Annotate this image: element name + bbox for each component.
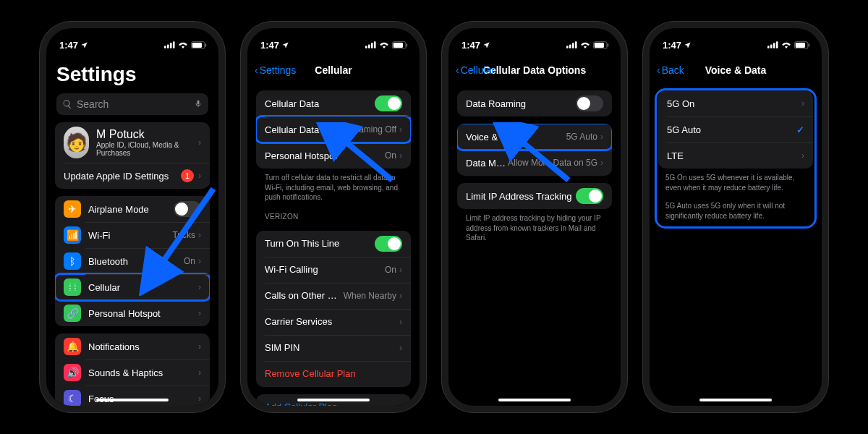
search-input[interactable]: Search — [56, 93, 208, 115]
cell-label: Personal Hotspot — [265, 150, 385, 161]
profile-group: 🧑 M Potuck Apple ID, iCloud, Media & Pur… — [55, 122, 210, 189]
profile-sub: Apple ID, iCloud, Media & Purchases — [96, 141, 191, 157]
svg-rect-17 — [569, 45, 571, 48]
svg-rect-3 — [173, 41, 175, 48]
cell-value: On — [385, 150, 396, 161]
svg-rect-29 — [796, 42, 805, 47]
cell-bluetooth[interactable]: ᛒBluetoothOn› — [55, 248, 210, 274]
cell-5g-on[interactable]: 5G On› — [658, 90, 813, 116]
mic-icon[interactable] — [194, 98, 203, 111]
cell-cellular-data[interactable]: Cellular Data — [256, 90, 411, 116]
roaming-group: Data Roaming — [457, 90, 612, 116]
toggle[interactable] — [576, 188, 603, 204]
battery-icon — [191, 41, 207, 49]
cell-cellular[interactable]: ⸽⸽Cellular› — [55, 274, 210, 300]
cell-personal-hotspot[interactable]: 🔗Personal Hotspot› — [55, 300, 210, 326]
apple-id-cell[interactable]: 🧑 M Potuck Apple ID, iCloud, Media & Pur… — [55, 122, 210, 163]
cell-carrier-services[interactable]: Carrier Services› — [256, 309, 411, 335]
cell-turn-on-this-line[interactable]: Turn On This Line — [256, 231, 411, 257]
cell-label: Voice & Data — [466, 132, 566, 142]
cell-label: Cellular Data — [265, 98, 375, 109]
back-button[interactable]: ‹Back — [657, 64, 684, 76]
cell-focus[interactable]: ☾Focus› — [55, 386, 210, 406]
cell-wi-fi-calling[interactable]: Wi-Fi CallingOn› — [256, 257, 411, 283]
voice-data-group: Voice & Data5G Auto›Data ModeAllow More … — [457, 124, 612, 176]
svg-rect-8 — [365, 46, 367, 48]
location-icon — [482, 41, 490, 49]
cell-label: Notifications — [88, 341, 198, 352]
cell-label: 5G Auto — [667, 124, 796, 135]
home-indicator[interactable] — [96, 399, 169, 401]
phone-cellular: 1:47 ‹Settings Cellular Cellular DataCel… — [241, 22, 426, 412]
antenna-icon: ⸽⸽ — [64, 278, 81, 296]
cell-value: On — [184, 256, 195, 266]
cell-calls-on-other-devices[interactable]: Calls on Other DevicesWhen Nearby› — [256, 283, 411, 309]
cell-data-mode[interactable]: Data ModeAllow More Data on 5G› — [457, 150, 612, 176]
toggle[interactable] — [174, 201, 201, 217]
cell-label: Cellular Data Options — [265, 124, 348, 135]
toggle[interactable] — [576, 95, 603, 111]
nav-bar: ‹Back Voice & Data — [650, 57, 822, 83]
cellular-main-group: Cellular DataCellular Data OptionsRoamin… — [256, 90, 411, 169]
bluetooth-icon: ᛒ — [64, 252, 81, 270]
home-indicator[interactable] — [297, 399, 370, 401]
battery-icon — [593, 41, 609, 49]
bell-icon: 🔔 — [64, 338, 81, 355]
footer-note: Limit IP address tracking by hiding your… — [448, 209, 621, 243]
cell-5g-auto[interactable]: 5G Auto✓ — [658, 116, 813, 142]
search-icon — [62, 99, 72, 109]
cell-sim-pin[interactable]: SIM PIN› — [256, 335, 411, 361]
cell-personal-hotspot[interactable]: Personal HotspotOn› — [256, 142, 411, 169]
highlight-box: 5G On›5G Auto✓LTE› 5G On uses 5G wheneve… — [657, 90, 814, 226]
chevron-right-icon: › — [801, 150, 804, 161]
cell-lte[interactable]: LTE› — [658, 142, 813, 169]
svg-rect-2 — [170, 43, 172, 48]
back-button[interactable]: ‹Settings — [255, 64, 296, 76]
nav-bar: ‹Cellular Cellular Data Options — [448, 57, 621, 83]
page-title: Cellular — [315, 64, 352, 76]
cell-value: Roaming Off — [348, 124, 396, 135]
cell-data-roaming[interactable]: Data Roaming — [457, 90, 612, 116]
cell-label: Airplane Mode — [88, 204, 174, 215]
cell-label: Calls on Other Devices — [265, 290, 344, 301]
carrier-header: VERIZON — [247, 203, 420, 224]
note-5g-on: 5G On uses 5G whenever it is available, … — [657, 169, 814, 192]
cell-notifications[interactable]: 🔔Notifications› — [55, 333, 210, 359]
cell-label: Carrier Services — [265, 316, 399, 327]
cell-airplane-mode[interactable]: ✈Airplane Mode — [55, 196, 210, 222]
chevron-right-icon: › — [198, 256, 201, 266]
moon-icon: ☾ — [64, 390, 81, 406]
toggle[interactable] — [375, 95, 402, 111]
cell-limit-ip-address-tracking[interactable]: Limit IP Address Tracking — [457, 183, 612, 209]
wifi-status-icon — [781, 41, 791, 48]
update-apple-id-cell[interactable]: Update Apple ID Settings 1 › — [55, 163, 210, 189]
phone-voice-data: 1:47 ‹Back Voice & Data 5G On›5G Auto✓LT… — [643, 22, 828, 412]
wifi-icon: 📶 — [64, 226, 81, 244]
home-indicator[interactable] — [498, 399, 571, 401]
chevron-right-icon: › — [198, 230, 201, 240]
cell-value: On — [385, 265, 396, 275]
cell-value: 5G Auto — [566, 132, 597, 142]
cell-value: Allow More Data on 5G — [508, 158, 597, 168]
battery-icon — [794, 41, 810, 49]
back-button[interactable]: ‹Cellular — [456, 64, 495, 76]
svg-rect-30 — [809, 43, 809, 46]
svg-rect-11 — [374, 41, 376, 48]
chevron-right-icon: › — [399, 265, 402, 275]
cell-sounds-haptics[interactable]: 🔊Sounds & Haptics› — [55, 359, 210, 386]
cell-wi-fi[interactable]: 📶Wi-FiTucks› — [55, 222, 210, 248]
cell-label: LTE — [667, 150, 801, 161]
check-icon: ✓ — [796, 124, 804, 135]
search-placeholder: Search — [77, 98, 109, 110]
notch — [93, 28, 172, 46]
chevron-right-icon: › — [198, 308, 201, 318]
chevron-right-icon: › — [198, 393, 201, 404]
home-indicator[interactable] — [699, 399, 772, 401]
cell-cellular-data-options[interactable]: Cellular Data OptionsRoaming Off› — [256, 116, 411, 142]
cell-remove-cellular-plan[interactable]: Remove Cellular Plan — [256, 361, 411, 387]
chevron-left-icon: ‹ — [657, 64, 660, 76]
cell-voice-data[interactable]: Voice & Data5G Auto› — [457, 124, 612, 150]
cell-value: When Nearby — [344, 291, 396, 301]
chevron-right-icon: › — [399, 291, 402, 301]
toggle[interactable] — [375, 236, 402, 252]
